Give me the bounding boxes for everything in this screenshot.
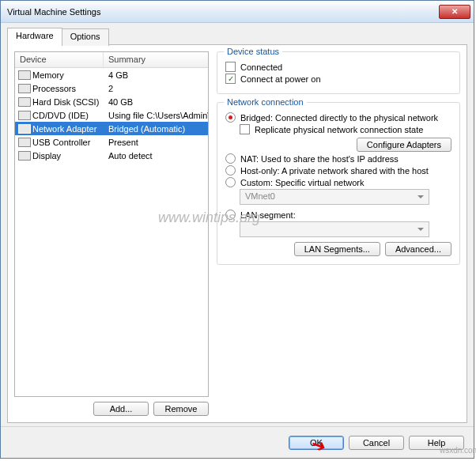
nat-radio[interactable]: [225, 153, 236, 164]
device-list-header: Device Summary: [15, 52, 208, 68]
device-list[interactable]: Device Summary Memory4 GB Processors2 Ha…: [14, 51, 209, 397]
device-row-processors[interactable]: Processors2: [15, 81, 208, 95]
device-row-usb[interactable]: USB ControllerPresent: [15, 135, 208, 149]
source-watermark: wsxdn.com: [440, 446, 476, 455]
configure-adapters-button[interactable]: Configure Adapters: [357, 138, 451, 152]
add-button[interactable]: Add...: [93, 402, 149, 416]
memory-icon: [18, 70, 31, 80]
details-column: Device status Connected Connect at power…: [217, 51, 460, 416]
device-status-group: Device status Connected Connect at power…: [217, 51, 460, 94]
lan-label: LAN segment:: [240, 210, 296, 220]
lan-segments-button[interactable]: LAN Segments...: [294, 242, 380, 256]
settings-window: Virtual Machine Settings ✕ Hardware Opti…: [0, 0, 474, 459]
body-area: Hardware Options Device Summary Memory4 …: [1, 23, 474, 426]
device-row-memory[interactable]: Memory4 GB: [15, 68, 208, 81]
tab-hardware[interactable]: Hardware: [7, 28, 62, 45]
window-title: Virtual Machine Settings: [4, 7, 439, 17]
bridged-label: Bridged: Connected directly to the physi…: [240, 113, 438, 123]
device-row-network[interactable]: Network AdapterBridged (Automatic): [15, 122, 208, 135]
usb-icon: [18, 138, 31, 147]
advanced-button[interactable]: Advanced...: [385, 242, 451, 256]
replicate-label: Replicate physical network connection st…: [255, 125, 423, 134]
device-row-cddvd[interactable]: CD/DVD (IDE)Using file C:\Users\Admin\Do…: [15, 108, 208, 122]
titlebar: Virtual Machine Settings ✕: [1, 1, 474, 23]
remove-button[interactable]: Remove: [153, 402, 209, 416]
lan-segment-select[interactable]: [240, 221, 429, 237]
disk-icon: [18, 97, 31, 107]
connected-label: Connected: [240, 62, 282, 72]
col-device[interactable]: Device: [15, 52, 104, 67]
ok-button[interactable]: OK: [289, 436, 344, 450]
col-summary[interactable]: Summary: [104, 52, 150, 67]
nat-label: NAT: Used to share the host's IP address: [240, 154, 399, 164]
cancel-button[interactable]: Cancel: [349, 436, 404, 450]
lan-radio[interactable]: [225, 210, 236, 220]
network-legend: Network connection: [224, 97, 307, 107]
connect-poweron-checkbox[interactable]: [225, 74, 236, 84]
hostonly-radio[interactable]: [225, 165, 236, 176]
custom-label: Custom: Specific virtual network: [240, 178, 365, 187]
bridged-radio[interactable]: [225, 112, 236, 123]
device-status-legend: Device status: [224, 47, 282, 56]
hardware-panel: Device Summary Memory4 GB Processors2 Ha…: [7, 44, 467, 423]
connected-checkbox[interactable]: [225, 62, 236, 72]
connect-poweron-label: Connect at power on: [240, 74, 321, 84]
device-row-display[interactable]: DisplayAuto detect: [15, 149, 208, 162]
custom-network-select[interactable]: VMnet0: [240, 189, 429, 205]
close-button[interactable]: ✕: [439, 5, 470, 19]
dialog-button-bar: OK Cancel Help: [1, 426, 474, 458]
network-connection-group: Network connection Bridged: Connected di…: [217, 102, 460, 265]
cpu-icon: [18, 84, 31, 93]
disc-icon: [18, 111, 31, 120]
custom-radio[interactable]: [225, 177, 236, 187]
tab-options[interactable]: Options: [62, 28, 109, 46]
device-row-harddisk[interactable]: Hard Disk (SCSI)40 GB: [15, 95, 208, 108]
device-column: Device Summary Memory4 GB Processors2 Ha…: [14, 51, 209, 416]
hostonly-label: Host-only: A private network shared with…: [240, 166, 429, 176]
network-icon: [18, 124, 31, 134]
tab-strip: Hardware Options: [7, 28, 467, 45]
replicate-checkbox[interactable]: [240, 124, 250, 134]
display-icon: [18, 151, 31, 161]
